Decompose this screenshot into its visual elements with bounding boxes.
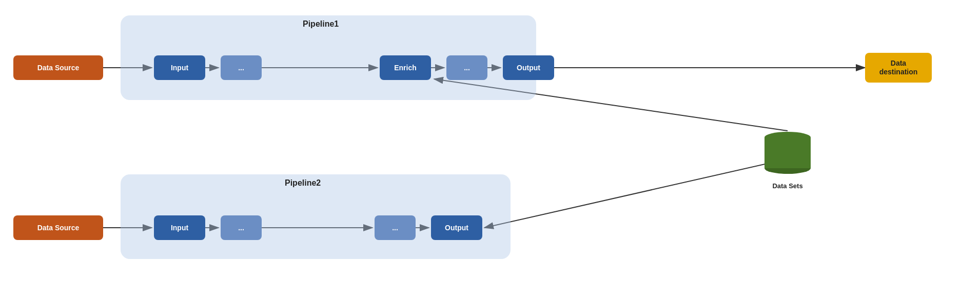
destination-label: Data destination bbox=[879, 59, 918, 76]
p1-dots2-label: ... bbox=[464, 64, 470, 72]
p2-dots1-node[interactable]: ... bbox=[221, 215, 262, 240]
p2-dots1-label: ... bbox=[238, 224, 244, 232]
pipeline2-label: Pipeline2 bbox=[285, 178, 321, 188]
pipeline1-label: Pipeline1 bbox=[303, 19, 339, 29]
destination-node[interactable]: Data destination bbox=[865, 53, 932, 83]
p1-output-node[interactable]: Output bbox=[503, 55, 554, 80]
p1-input-node[interactable]: Input bbox=[154, 55, 205, 80]
p1-enrich-node[interactable]: Enrich bbox=[380, 55, 431, 80]
p1-dots2-node[interactable]: ... bbox=[446, 55, 487, 80]
p2-dots2-label: ... bbox=[392, 224, 398, 232]
p2-dots2-node[interactable]: ... bbox=[375, 215, 416, 240]
p2-output-label: Output bbox=[445, 224, 468, 232]
datasource1-label: Data Source bbox=[37, 64, 80, 72]
datasets-label: Data Sets bbox=[765, 182, 811, 190]
p1-input-label: Input bbox=[171, 64, 188, 72]
p1-dots1-label: ... bbox=[238, 64, 244, 72]
diagram-container: Pipeline1 Pipeline2 Data Source Input ..… bbox=[0, 0, 980, 299]
datasource2-label: Data Source bbox=[37, 224, 80, 232]
p2-input-label: Input bbox=[171, 224, 188, 232]
datasource1-node[interactable]: Data Source bbox=[13, 55, 103, 80]
db-top bbox=[765, 132, 811, 143]
p2-output-node[interactable]: Output bbox=[431, 215, 482, 240]
datasource2-node[interactable]: Data Source bbox=[13, 215, 103, 240]
svg-line-12 bbox=[484, 159, 788, 228]
datasets-node[interactable]: Data Sets bbox=[765, 127, 811, 178]
p2-input-node[interactable]: Input bbox=[154, 215, 205, 240]
p1-output-label: Output bbox=[517, 64, 540, 72]
p1-dots1-node[interactable]: ... bbox=[221, 55, 262, 80]
p1-enrich-label: Enrich bbox=[394, 64, 417, 72]
